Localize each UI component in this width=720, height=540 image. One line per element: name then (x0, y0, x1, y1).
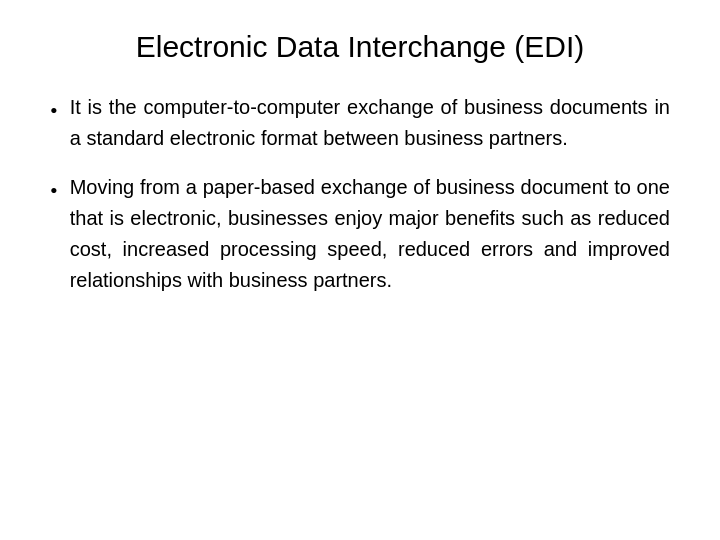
list-item: • It is the computer-to-computer exchang… (50, 92, 670, 154)
bullet-icon: • (50, 174, 58, 207)
item-text-1: It is the computer-to-computer exchange … (70, 92, 670, 154)
slide-title: Electronic Data Interchange (EDI) (50, 30, 670, 64)
content-list: • It is the computer-to-computer exchang… (50, 92, 670, 296)
bullet-icon: • (50, 94, 58, 127)
slide-container: Electronic Data Interchange (EDI) • It i… (0, 0, 720, 540)
item-text-2: Moving from a paper-based exchange of bu… (70, 172, 670, 296)
list-item: • Moving from a paper-based exchange of … (50, 172, 670, 296)
